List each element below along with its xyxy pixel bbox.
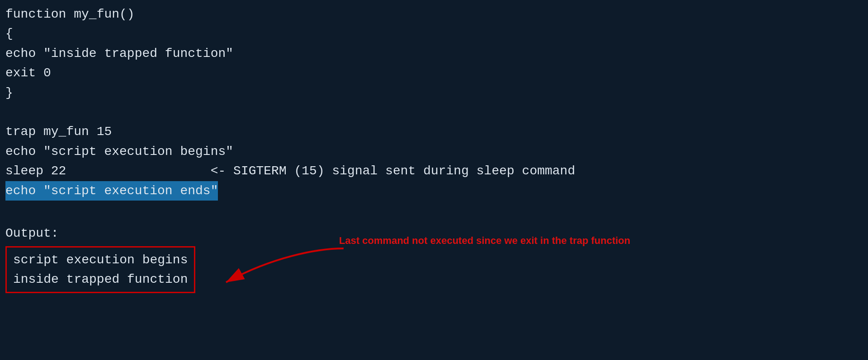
empty-line-2: [5, 201, 863, 220]
output-line-2: inside trapped function: [13, 270, 188, 289]
code-line-1: function my_fun(): [5, 5, 863, 24]
annotation-arrow: [190, 239, 353, 294]
code-line-9: sleep 22 <- SIGTERM (15) signal sent dur…: [5, 161, 863, 181]
code-line-7: trap my_fun 15: [5, 122, 863, 141]
output-box: script execution begins inside trapped f…: [5, 246, 195, 294]
empty-line-1: [5, 103, 863, 122]
code-line-8: echo "script execution begins": [5, 142, 863, 161]
output-line-1: script execution begins: [13, 250, 188, 270]
code-line-2: {: [5, 24, 863, 43]
code-line-4: exit 0: [5, 63, 863, 83]
code-line-10: echo "script execution ends": [5, 181, 863, 201]
highlighted-text: echo "script execution ends": [5, 181, 218, 201]
annotation-label: Last command not executed since we exit …: [339, 235, 630, 247]
code-line-3: echo "inside trapped function": [5, 44, 863, 63]
code-block: function my_fun() { echo "inside trapped…: [0, 0, 868, 298]
code-line-5: }: [5, 83, 863, 103]
